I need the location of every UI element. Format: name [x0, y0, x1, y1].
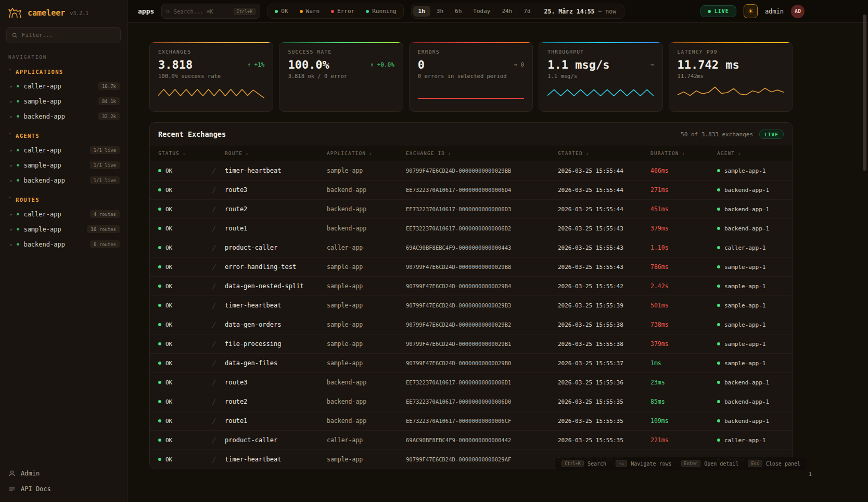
agent-cell: sample-app-1: [717, 283, 788, 290]
table-row[interactable]: OK ╱ route1 backend-app EE7322370A10617-…: [150, 219, 792, 238]
agent-dot: [717, 400, 720, 403]
range-24h[interactable]: 24h: [496, 6, 517, 17]
table-row[interactable]: OK ╱ product-caller caller-app 69AC90BF8…: [150, 431, 792, 450]
route-trend-icon: ╱: [212, 264, 215, 270]
section-header-routes[interactable]: ˆROUTES: [0, 188, 127, 207]
keyboard-hints: Ctrl+KSearch↑↓Navigate rowsEnterOpen det…: [555, 457, 807, 470]
agent-cell: sample-app-1: [717, 360, 788, 367]
table-row[interactable]: OK ╱ error-handling-test sample-app 9079…: [150, 258, 792, 277]
global-search[interactable]: Ctrl+K: [161, 4, 260, 19]
date-separator: —: [598, 8, 602, 15]
status-cell: OK: [158, 206, 204, 213]
stat-subtext: 100.0% success rate: [158, 73, 264, 79]
table-row[interactable]: OK ╱ route3 backend-app EE7322370A10617-…: [150, 181, 792, 200]
agent-cell: sample-app-1: [717, 321, 788, 328]
table-row[interactable]: OK ╱ data-gen-orders sample-app 90799F47…: [150, 315, 792, 334]
filter-input[interactable]: [22, 32, 115, 38]
column-header-route[interactable]: ROUTE↕: [221, 146, 323, 161]
column-header-status[interactable]: STATUS↕: [150, 146, 208, 161]
table-row[interactable]: OK ╱ route2 backend-app EE7322370A10617-…: [150, 200, 792, 219]
column-header-duration[interactable]: DURATION↕: [646, 146, 713, 161]
trend-indicator: →: [650, 61, 654, 68]
table-row[interactable]: OK ╱ route3 backend-app EE7322370A10617-…: [150, 373, 792, 392]
stat-card-success-rate: SUCCESS RATE 100.0%↑ +0.0% 3.818 ok / 0 …: [279, 42, 403, 112]
started-cell: 2026-03-25 15:55:35: [554, 411, 646, 431]
sidebar-item-sample-app[interactable]: ▸sample-app16 routes: [0, 222, 127, 237]
range-today[interactable]: Today: [468, 6, 495, 17]
sidebar-item-api-docs[interactable]: API Docs: [8, 485, 119, 493]
status-cell: OK: [158, 360, 204, 367]
route-cell: timer-heartbeat: [221, 161, 323, 181]
key-chip: Ctrl+K: [561, 460, 584, 467]
chevron-right-icon: ▸: [10, 212, 12, 217]
agent-dot: [717, 323, 720, 326]
section-header-applications[interactable]: ˆAPPLICATIONS: [0, 60, 127, 79]
filter-chip-error[interactable]: Error: [326, 6, 360, 17]
sidebar-item-caller-app[interactable]: ▸caller-app4 routes: [0, 207, 127, 222]
stat-title: LATENCY P99: [678, 49, 784, 55]
filter-chip-running[interactable]: Running: [361, 6, 401, 17]
column-header-started[interactable]: STARTED↕: [554, 146, 646, 161]
filter-chip-ok[interactable]: OK: [270, 6, 293, 17]
sidebar-item-caller-app[interactable]: ▸caller-app1/1 live: [0, 143, 127, 158]
avatar[interactable]: AD: [791, 5, 805, 18]
table-row[interactable]: OK ╱ route1 backend-app EE7322370A10617-…: [150, 411, 792, 431]
application-cell: sample-app: [323, 296, 402, 315]
agent-dot: [717, 188, 720, 191]
table-row[interactable]: OK ╱ route2 backend-app EE7322370A10617-…: [150, 392, 792, 411]
docs-icon: [8, 485, 16, 493]
panel-title: Recent Exchanges: [158, 130, 226, 138]
section-header-agents[interactable]: ˆAGENTS: [0, 124, 127, 143]
range-3h[interactable]: 3h: [431, 6, 449, 17]
filter-chip-warn[interactable]: Warn: [295, 6, 325, 17]
range-1h[interactable]: 1h: [413, 6, 430, 17]
ok-dot: [158, 400, 161, 403]
sidebar-item-backend-app[interactable]: ▸backend-app32.2k: [0, 109, 127, 124]
search-icon: [12, 32, 18, 38]
started-cell: 2026-03-25 15:55:44: [554, 161, 646, 181]
table-header-row: STATUS↕ROUTE↕APPLICATION↕EXCHANGE ID↕STA…: [150, 146, 792, 161]
route-cell: route3: [221, 373, 323, 392]
api-docs-label: API Docs: [21, 485, 51, 493]
chevron-right-icon: ▸: [10, 163, 12, 168]
column-header-agent[interactable]: AGENT↕: [713, 146, 792, 161]
hint-navigate-rows: ↑↓Navigate rows: [616, 460, 672, 467]
application-cell: backend-app: [323, 411, 402, 431]
table-row[interactable]: OK ╱ timer-heartbeat sample-app 90799F47…: [150, 296, 792, 315]
hint-search: Ctrl+KSearch: [561, 460, 606, 467]
agent-cell: sample-app-1: [717, 302, 788, 309]
scrollbar-thumb[interactable]: [863, 15, 866, 171]
column-header-icon: [208, 146, 221, 161]
duration-cell: 1.10s: [646, 238, 713, 258]
range-7d[interactable]: 7d: [518, 6, 535, 17]
sidebar-item-backend-app[interactable]: ▸backend-app6 routes: [0, 237, 127, 252]
sidebar-item-caller-app[interactable]: ▸caller-app10.7k: [0, 79, 127, 94]
live-status-badge[interactable]: LIVE: [700, 5, 736, 17]
table-row[interactable]: OK ╱ product-caller caller-app 69AC90BF8…: [150, 238, 792, 258]
theme-toggle-button[interactable]: ☀: [744, 4, 758, 18]
vertical-scrollbar[interactable]: [863, 1, 866, 501]
panel-header: Recent Exchanges 50 of 3.833 exchanges L…: [150, 123, 792, 146]
table-body: OK ╱ timer-heartbeat sample-app 90799F47…: [150, 161, 792, 469]
status-cell: OK: [158, 321, 204, 328]
sidebar-item-sample-app[interactable]: ▸sample-app84.1k: [0, 94, 127, 109]
agent-cell: backend-app-1: [717, 225, 788, 232]
column-header-exchange-id[interactable]: EXCHANGE ID↕: [402, 146, 554, 161]
sidebar-filter[interactable]: [6, 27, 121, 43]
table-row[interactable]: OK ╱ data-gen-files sample-app 90799F47E…: [150, 354, 792, 373]
agent-dot: [717, 169, 720, 172]
sidebar-item-backend-app[interactable]: ▸backend-app1/1 live: [0, 173, 127, 188]
range-6h[interactable]: 6h: [450, 6, 467, 17]
sidebar-item-sample-app[interactable]: ▸sample-app1/1 live: [0, 158, 127, 173]
status-dot: [300, 10, 303, 13]
stat-title: EXCHANGES: [158, 49, 264, 55]
exchange-id-cell: 90799F47E6CD24D-00000000000029BB: [402, 161, 554, 181]
route-cell: route1: [221, 411, 323, 431]
table-row[interactable]: OK ╱ timer-heartbeat sample-app 90799F47…: [150, 161, 792, 181]
sidebar-item-admin[interactable]: Admin: [8, 470, 119, 477]
table-row[interactable]: OK ╱ data-gen-nested-split sample-app 90…: [150, 277, 792, 296]
search-input[interactable]: [174, 8, 230, 15]
ok-dot: [158, 439, 161, 442]
table-row[interactable]: OK ╱ file-processing sample-app 90799F47…: [150, 334, 792, 354]
column-header-application[interactable]: APPLICATION↕: [323, 146, 402, 161]
